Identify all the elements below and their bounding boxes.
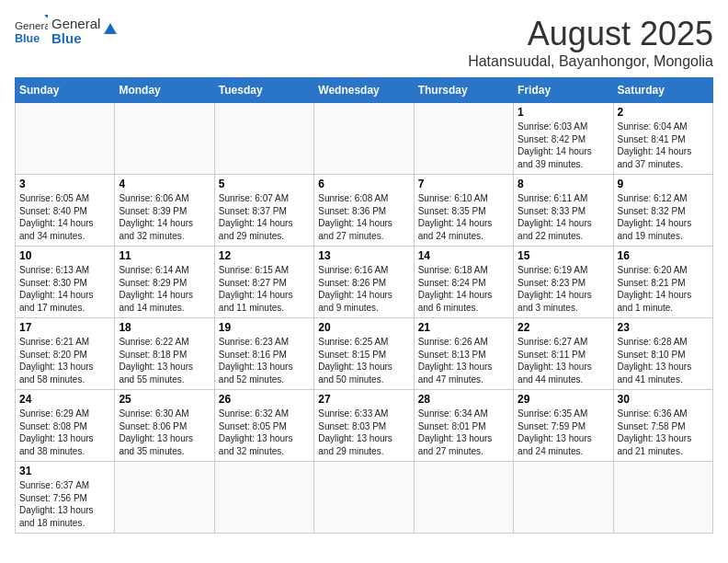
day-number: 10 bbox=[19, 249, 110, 262]
day-cell: 25Sunrise: 6:30 AM Sunset: 8:06 PM Dayli… bbox=[115, 390, 214, 462]
day-info: Sunrise: 6:14 AM Sunset: 8:29 PM Dayligh… bbox=[119, 264, 210, 314]
day-cell: 14Sunrise: 6:18 AM Sunset: 8:24 PM Dayli… bbox=[414, 247, 513, 318]
day-number: 6 bbox=[318, 178, 409, 190]
calendar-body: 1Sunrise: 6:03 AM Sunset: 8:42 PM Daylig… bbox=[16, 103, 713, 534]
day-info: Sunrise: 6:08 AM Sunset: 8:36 PM Dayligh… bbox=[318, 192, 409, 242]
svg-text:General: General bbox=[15, 19, 48, 31]
day-info: Sunrise: 6:20 AM Sunset: 8:21 PM Dayligh… bbox=[618, 264, 709, 314]
day-number: 12 bbox=[219, 249, 310, 262]
day-cell: 28Sunrise: 6:34 AM Sunset: 8:01 PM Dayli… bbox=[414, 390, 513, 462]
day-info: Sunrise: 6:13 AM Sunset: 8:30 PM Dayligh… bbox=[19, 264, 110, 314]
day-cell: 16Sunrise: 6:20 AM Sunset: 8:21 PM Dayli… bbox=[613, 247, 712, 318]
day-number: 7 bbox=[418, 178, 509, 190]
day-info: Sunrise: 6:32 AM Sunset: 8:05 PM Dayligh… bbox=[219, 408, 310, 457]
day-number: 28 bbox=[418, 393, 509, 406]
day-cell: 9Sunrise: 6:12 AM Sunset: 8:32 PM Daylig… bbox=[613, 175, 712, 247]
day-number: 3 bbox=[19, 178, 110, 190]
header-cell-sunday: Sunday bbox=[16, 78, 115, 103]
day-info: Sunrise: 6:33 AM Sunset: 8:03 PM Dayligh… bbox=[318, 408, 409, 457]
day-info: Sunrise: 6:26 AM Sunset: 8:13 PM Dayligh… bbox=[418, 336, 509, 385]
header-cell-wednesday: Wednesday bbox=[314, 78, 414, 103]
logo-icon: General Blue bbox=[15, 15, 48, 48]
day-info: Sunrise: 6:06 AM Sunset: 8:39 PM Dayligh… bbox=[119, 192, 210, 242]
day-cell bbox=[414, 462, 513, 534]
day-cell: 30Sunrise: 6:36 AM Sunset: 7:58 PM Dayli… bbox=[613, 390, 712, 462]
week-row-5: 31Sunrise: 6:37 AM Sunset: 7:56 PM Dayli… bbox=[16, 462, 713, 534]
day-info: Sunrise: 6:16 AM Sunset: 8:26 PM Dayligh… bbox=[318, 264, 409, 314]
day-cell: 12Sunrise: 6:15 AM Sunset: 8:27 PM Dayli… bbox=[214, 247, 313, 318]
day-info: Sunrise: 6:10 AM Sunset: 8:35 PM Dayligh… bbox=[418, 192, 509, 242]
logo: General Blue General Blue bbox=[15, 15, 120, 48]
day-info: Sunrise: 6:23 AM Sunset: 8:16 PM Dayligh… bbox=[219, 336, 310, 385]
day-cell bbox=[16, 103, 115, 175]
day-info: Sunrise: 6:19 AM Sunset: 8:23 PM Dayligh… bbox=[518, 264, 609, 314]
day-cell bbox=[214, 103, 313, 175]
day-cell: 6Sunrise: 6:08 AM Sunset: 8:36 PM Daylig… bbox=[314, 175, 414, 247]
day-number: 30 bbox=[618, 393, 709, 406]
location-subtitle: Hatansuudal, Bayanhongor, Mongolia bbox=[468, 53, 713, 70]
day-number: 24 bbox=[19, 393, 110, 406]
svg-marker-3 bbox=[104, 23, 117, 34]
svg-text:Blue: Blue bbox=[15, 32, 40, 45]
day-cell: 2Sunrise: 6:04 AM Sunset: 8:41 PM Daylig… bbox=[613, 103, 712, 175]
header: General Blue General Blue August 2025 Ha… bbox=[15, 15, 713, 70]
calendar-header: SundayMondayTuesdayWednesdayThursdayFrid… bbox=[16, 78, 713, 103]
day-info: Sunrise: 6:27 AM Sunset: 8:11 PM Dayligh… bbox=[518, 336, 609, 385]
day-cell: 10Sunrise: 6:13 AM Sunset: 8:30 PM Dayli… bbox=[16, 247, 115, 318]
day-info: Sunrise: 6:29 AM Sunset: 8:08 PM Dayligh… bbox=[19, 408, 110, 457]
day-cell: 22Sunrise: 6:27 AM Sunset: 8:11 PM Dayli… bbox=[514, 318, 613, 390]
title-block: August 2025 Hatansuudal, Bayanhongor, Mo… bbox=[468, 15, 713, 70]
calendar-table: SundayMondayTuesdayWednesdayThursdayFrid… bbox=[15, 77, 713, 534]
header-cell-tuesday: Tuesday bbox=[214, 78, 313, 103]
day-number: 25 bbox=[119, 393, 210, 406]
week-row-3: 17Sunrise: 6:21 AM Sunset: 8:20 PM Dayli… bbox=[16, 318, 713, 390]
day-cell bbox=[414, 103, 513, 175]
day-cell: 29Sunrise: 6:35 AM Sunset: 7:59 PM Dayli… bbox=[514, 390, 613, 462]
day-info: Sunrise: 6:28 AM Sunset: 8:10 PM Dayligh… bbox=[618, 336, 709, 385]
day-cell: 31Sunrise: 6:37 AM Sunset: 7:56 PM Dayli… bbox=[16, 462, 115, 534]
header-cell-friday: Friday bbox=[514, 78, 613, 103]
logo-blue: Blue bbox=[51, 31, 100, 47]
week-row-4: 24Sunrise: 6:29 AM Sunset: 8:08 PM Dayli… bbox=[16, 390, 713, 462]
header-cell-monday: Monday bbox=[115, 78, 214, 103]
day-cell bbox=[514, 462, 613, 534]
day-info: Sunrise: 6:05 AM Sunset: 8:40 PM Dayligh… bbox=[19, 192, 110, 242]
day-cell: 24Sunrise: 6:29 AM Sunset: 8:08 PM Dayli… bbox=[16, 390, 115, 462]
day-info: Sunrise: 6:18 AM Sunset: 8:24 PM Dayligh… bbox=[418, 264, 509, 314]
day-info: Sunrise: 6:03 AM Sunset: 8:42 PM Dayligh… bbox=[518, 121, 609, 170]
day-cell: 5Sunrise: 6:07 AM Sunset: 8:37 PM Daylig… bbox=[214, 175, 313, 247]
day-info: Sunrise: 6:35 AM Sunset: 7:59 PM Dayligh… bbox=[518, 408, 609, 457]
day-info: Sunrise: 6:15 AM Sunset: 8:27 PM Dayligh… bbox=[219, 264, 310, 314]
day-cell bbox=[613, 462, 712, 534]
day-cell: 23Sunrise: 6:28 AM Sunset: 8:10 PM Dayli… bbox=[613, 318, 712, 390]
day-number: 14 bbox=[418, 249, 509, 262]
day-info: Sunrise: 6:12 AM Sunset: 8:32 PM Dayligh… bbox=[618, 192, 709, 242]
day-number: 8 bbox=[518, 178, 609, 190]
day-info: Sunrise: 6:36 AM Sunset: 7:58 PM Dayligh… bbox=[618, 408, 709, 457]
day-cell: 7Sunrise: 6:10 AM Sunset: 8:35 PM Daylig… bbox=[414, 175, 513, 247]
day-cell: 1Sunrise: 6:03 AM Sunset: 8:42 PM Daylig… bbox=[514, 103, 613, 175]
header-cell-thursday: Thursday bbox=[414, 78, 513, 103]
day-info: Sunrise: 6:11 AM Sunset: 8:33 PM Dayligh… bbox=[518, 192, 609, 242]
day-number: 17 bbox=[19, 321, 110, 334]
week-row-0: 1Sunrise: 6:03 AM Sunset: 8:42 PM Daylig… bbox=[16, 103, 713, 175]
header-cell-saturday: Saturday bbox=[613, 78, 712, 103]
day-cell: 4Sunrise: 6:06 AM Sunset: 8:39 PM Daylig… bbox=[115, 175, 214, 247]
logo-general: General bbox=[51, 17, 100, 32]
day-number: 20 bbox=[318, 321, 409, 334]
day-number: 11 bbox=[119, 249, 210, 262]
day-cell bbox=[115, 103, 214, 175]
day-info: Sunrise: 6:04 AM Sunset: 8:41 PM Dayligh… bbox=[618, 121, 709, 170]
week-row-2: 10Sunrise: 6:13 AM Sunset: 8:30 PM Dayli… bbox=[16, 247, 713, 318]
day-number: 15 bbox=[518, 249, 609, 262]
day-number: 18 bbox=[119, 321, 210, 334]
day-number: 21 bbox=[418, 321, 509, 334]
day-cell: 20Sunrise: 6:25 AM Sunset: 8:15 PM Dayli… bbox=[314, 318, 414, 390]
day-number: 31 bbox=[19, 465, 110, 477]
day-cell: 26Sunrise: 6:32 AM Sunset: 8:05 PM Dayli… bbox=[214, 390, 313, 462]
week-row-1: 3Sunrise: 6:05 AM Sunset: 8:40 PM Daylig… bbox=[16, 175, 713, 247]
day-cell: 18Sunrise: 6:22 AM Sunset: 8:18 PM Dayli… bbox=[115, 318, 214, 390]
day-cell: 8Sunrise: 6:11 AM Sunset: 8:33 PM Daylig… bbox=[514, 175, 613, 247]
day-number: 5 bbox=[219, 178, 310, 190]
day-info: Sunrise: 6:07 AM Sunset: 8:37 PM Dayligh… bbox=[219, 192, 310, 242]
